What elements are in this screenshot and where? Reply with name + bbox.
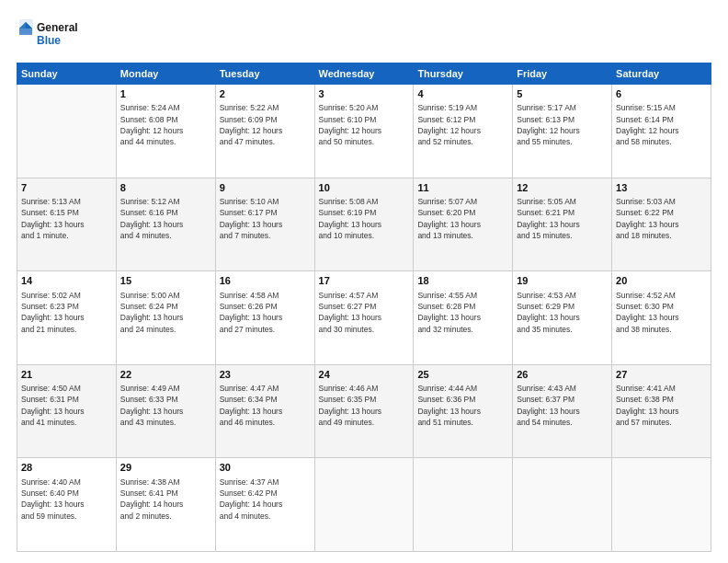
calendar-day-cell	[612, 458, 711, 552]
calendar-day-cell: 9Sunrise: 5:10 AM Sunset: 6:17 PM Daylig…	[215, 178, 314, 271]
calendar-day-cell: 22Sunrise: 4:49 AM Sunset: 6:33 PM Dayli…	[116, 364, 215, 458]
day-number: 8	[120, 181, 211, 195]
day-info: Sunrise: 4:43 AM Sunset: 6:37 PM Dayligh…	[517, 383, 608, 428]
day-info: Sunrise: 4:58 AM Sunset: 6:26 PM Dayligh…	[220, 290, 311, 335]
day-number: 25	[417, 368, 508, 382]
calendar-day-cell: 1Sunrise: 5:24 AM Sunset: 6:08 PM Daylig…	[116, 85, 215, 178]
day-info: Sunrise: 5:24 AM Sunset: 6:08 PM Dayligh…	[120, 102, 211, 147]
calendar-week-row: 28Sunrise: 4:40 AM Sunset: 6:40 PM Dayli…	[17, 458, 711, 552]
weekday-header-cell: Monday	[116, 63, 215, 85]
day-info: Sunrise: 4:44 AM Sunset: 6:36 PM Dayligh…	[417, 383, 508, 428]
day-info: Sunrise: 5:08 AM Sunset: 6:19 PM Dayligh…	[319, 196, 410, 241]
day-number: 21	[21, 368, 112, 382]
day-number: 10	[319, 181, 410, 195]
day-number: 14	[21, 274, 112, 288]
day-number: 28	[21, 461, 112, 475]
day-info: Sunrise: 4:46 AM Sunset: 6:35 PM Dayligh…	[319, 383, 410, 428]
day-number: 13	[616, 181, 707, 195]
day-info: Sunrise: 4:50 AM Sunset: 6:31 PM Dayligh…	[21, 383, 112, 428]
day-number: 3	[319, 87, 410, 101]
day-info: Sunrise: 5:02 AM Sunset: 6:23 PM Dayligh…	[21, 290, 112, 335]
day-number: 4	[417, 87, 508, 101]
calendar-day-cell: 29Sunrise: 4:38 AM Sunset: 6:41 PM Dayli…	[116, 458, 215, 552]
day-info: Sunrise: 4:52 AM Sunset: 6:30 PM Dayligh…	[616, 290, 707, 335]
calendar-day-cell: 17Sunrise: 4:57 AM Sunset: 6:27 PM Dayli…	[314, 271, 414, 365]
calendar-day-cell: 23Sunrise: 4:47 AM Sunset: 6:34 PM Dayli…	[215, 364, 314, 458]
day-number: 24	[319, 368, 410, 382]
calendar-day-cell: 26Sunrise: 4:43 AM Sunset: 6:37 PM Dayli…	[513, 364, 612, 458]
calendar-day-cell: 11Sunrise: 5:07 AM Sunset: 6:20 PM Dayli…	[414, 178, 513, 271]
day-info: Sunrise: 4:49 AM Sunset: 6:33 PM Dayligh…	[120, 383, 211, 428]
day-info: Sunrise: 4:53 AM Sunset: 6:29 PM Dayligh…	[517, 290, 608, 335]
day-number: 29	[120, 461, 211, 475]
calendar-day-cell: 25Sunrise: 4:44 AM Sunset: 6:36 PM Dayli…	[414, 364, 513, 458]
day-number: 20	[616, 274, 707, 288]
calendar-day-cell: 5Sunrise: 5:17 AM Sunset: 6:13 PM Daylig…	[513, 85, 612, 178]
calendar-day-cell	[314, 458, 414, 552]
calendar-day-cell: 16Sunrise: 4:58 AM Sunset: 6:26 PM Dayli…	[215, 271, 314, 365]
calendar-day-cell: 2Sunrise: 5:22 AM Sunset: 6:09 PM Daylig…	[215, 85, 314, 178]
day-number: 19	[517, 274, 608, 288]
day-info: Sunrise: 5:20 AM Sunset: 6:10 PM Dayligh…	[319, 102, 410, 147]
weekday-header-cell: Friday	[513, 63, 612, 85]
day-number: 12	[517, 181, 608, 195]
day-number: 18	[417, 274, 508, 288]
day-number: 2	[220, 87, 311, 101]
day-info: Sunrise: 5:03 AM Sunset: 6:22 PM Dayligh…	[616, 196, 707, 241]
calendar-day-cell: 20Sunrise: 4:52 AM Sunset: 6:30 PM Dayli…	[612, 271, 711, 365]
calendar-day-cell: 4Sunrise: 5:19 AM Sunset: 6:12 PM Daylig…	[414, 85, 513, 178]
svg-text:Blue: Blue	[37, 34, 61, 47]
day-number: 16	[220, 274, 311, 288]
calendar-day-cell: 18Sunrise: 4:55 AM Sunset: 6:28 PM Dayli…	[414, 271, 513, 365]
calendar-day-cell: 12Sunrise: 5:05 AM Sunset: 6:21 PM Dayli…	[513, 178, 612, 271]
day-number: 15	[120, 274, 211, 288]
day-info: Sunrise: 5:05 AM Sunset: 6:21 PM Dayligh…	[517, 196, 608, 241]
weekday-header-row: SundayMondayTuesdayWednesdayThursdayFrid…	[17, 63, 711, 85]
day-info: Sunrise: 5:12 AM Sunset: 6:16 PM Dayligh…	[120, 196, 211, 241]
calendar-day-cell: 7Sunrise: 5:13 AM Sunset: 6:15 PM Daylig…	[17, 178, 117, 271]
day-info: Sunrise: 5:17 AM Sunset: 6:13 PM Dayligh…	[517, 102, 608, 147]
calendar-day-cell: 21Sunrise: 4:50 AM Sunset: 6:31 PM Dayli…	[17, 364, 117, 458]
day-number: 5	[517, 87, 608, 101]
day-info: Sunrise: 5:13 AM Sunset: 6:15 PM Dayligh…	[21, 196, 112, 241]
day-info: Sunrise: 5:10 AM Sunset: 6:17 PM Dayligh…	[220, 196, 311, 241]
day-info: Sunrise: 5:15 AM Sunset: 6:14 PM Dayligh…	[616, 102, 707, 147]
day-info: Sunrise: 5:22 AM Sunset: 6:09 PM Dayligh…	[220, 102, 311, 147]
calendar-day-cell: 28Sunrise: 4:40 AM Sunset: 6:40 PM Dayli…	[17, 458, 117, 552]
day-number: 6	[616, 87, 707, 101]
day-info: Sunrise: 4:41 AM Sunset: 6:38 PM Dayligh…	[616, 383, 707, 428]
day-info: Sunrise: 4:55 AM Sunset: 6:28 PM Dayligh…	[417, 290, 508, 335]
calendar-day-cell: 24Sunrise: 4:46 AM Sunset: 6:35 PM Dayli…	[314, 364, 414, 458]
day-info: Sunrise: 5:07 AM Sunset: 6:20 PM Dayligh…	[417, 196, 508, 241]
day-info: Sunrise: 5:00 AM Sunset: 6:24 PM Dayligh…	[120, 290, 211, 335]
weekday-header-cell: Thursday	[414, 63, 513, 85]
day-info: Sunrise: 4:37 AM Sunset: 6:42 PM Dayligh…	[220, 477, 311, 522]
logo: General Blue	[17, 17, 90, 53]
day-number: 17	[319, 274, 410, 288]
weekday-header-cell: Tuesday	[215, 63, 314, 85]
calendar-body: 1Sunrise: 5:24 AM Sunset: 6:08 PM Daylig…	[17, 85, 711, 552]
calendar-table: SundayMondayTuesdayWednesdayThursdayFrid…	[17, 63, 711, 552]
calendar-week-row: 1Sunrise: 5:24 AM Sunset: 6:08 PM Daylig…	[17, 85, 711, 178]
day-info: Sunrise: 4:38 AM Sunset: 6:41 PM Dayligh…	[120, 477, 211, 522]
svg-text:General: General	[37, 21, 78, 34]
day-number: 9	[220, 181, 311, 195]
day-number: 1	[120, 87, 211, 101]
calendar-day-cell: 8Sunrise: 5:12 AM Sunset: 6:16 PM Daylig…	[116, 178, 215, 271]
calendar-day-cell: 14Sunrise: 5:02 AM Sunset: 6:23 PM Dayli…	[17, 271, 117, 365]
day-number: 26	[517, 368, 608, 382]
weekday-header-cell: Sunday	[17, 63, 117, 85]
weekday-header-cell: Wednesday	[314, 63, 414, 85]
day-number: 11	[417, 181, 508, 195]
calendar-day-cell	[513, 458, 612, 552]
day-info: Sunrise: 4:40 AM Sunset: 6:40 PM Dayligh…	[21, 477, 112, 522]
calendar-day-cell	[414, 458, 513, 552]
page-header: General Blue	[17, 17, 711, 53]
day-info: Sunrise: 4:47 AM Sunset: 6:34 PM Dayligh…	[220, 383, 311, 428]
day-number: 7	[21, 181, 112, 195]
day-number: 22	[120, 368, 211, 382]
calendar-day-cell: 30Sunrise: 4:37 AM Sunset: 6:42 PM Dayli…	[215, 458, 314, 552]
calendar-day-cell: 13Sunrise: 5:03 AM Sunset: 6:22 PM Dayli…	[612, 178, 711, 271]
calendar-day-cell: 6Sunrise: 5:15 AM Sunset: 6:14 PM Daylig…	[612, 85, 711, 178]
logo-svg: General Blue	[17, 17, 90, 53]
